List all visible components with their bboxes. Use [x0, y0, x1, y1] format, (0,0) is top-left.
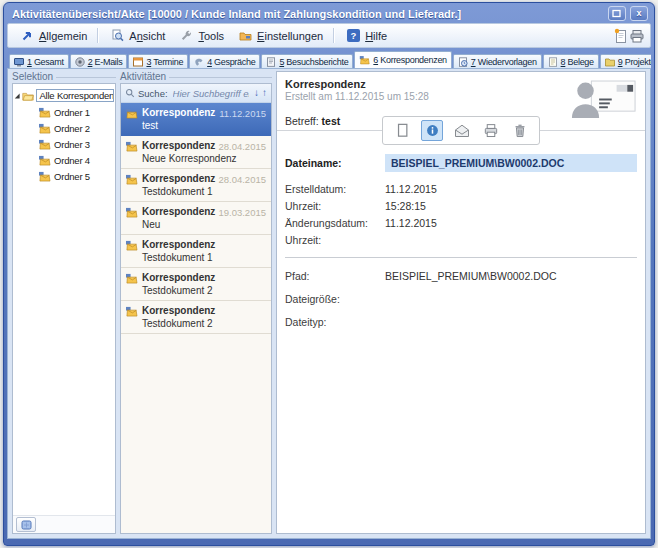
field-label: Erstelldatum:: [285, 183, 385, 195]
tree-item-ordner-2[interactable]: Ordner 2: [14, 120, 114, 136]
tab-label: 2 E-Mails: [88, 57, 123, 67]
tab-gespraeche[interactable]: 4 Gespräche: [189, 54, 260, 68]
correspondence-icon: [125, 273, 138, 296]
list-item-subtitle: Testdokument 2: [142, 318, 215, 329]
mail-button[interactable]: [452, 121, 472, 140]
field-row: Pfad: BEISPIEL_PREMIUM\BW0002.DOC: [285, 267, 637, 284]
menu-label: Hilfe: [365, 30, 387, 42]
list-item-subtitle: Neue Korrespondenz: [142, 153, 237, 164]
tab-belege[interactable]: 8 Belege: [543, 54, 599, 68]
list-item-date: 28.04.2015: [218, 141, 266, 152]
print-icon[interactable]: [629, 28, 645, 44]
titlebar: Aktivitätenübersicht/Akte [10000 / Kunde…: [7, 3, 651, 23]
search-input[interactable]: [171, 87, 251, 100]
info-button[interactable]: [421, 120, 443, 141]
field-label: Dateityp:: [285, 316, 385, 328]
magnifier-doc-icon: [109, 28, 125, 44]
list-item-subtitle: Testdokument 1: [142, 186, 215, 197]
help-icon: ?: [345, 28, 361, 44]
folder-icon: [605, 57, 615, 67]
tab-label: 8 Belege: [561, 57, 594, 67]
aktivitaeten-caption: Aktivitäten: [120, 71, 272, 83]
list-item-date: 11.12.2015: [219, 108, 266, 119]
tree-expander-icon[interactable]: [14, 92, 20, 100]
correspondence-icon: [125, 207, 138, 230]
list-item-title: Korrespondenz: [142, 173, 215, 184]
tab-wiedervorlagen[interactable]: 7 Wiedervorlagen: [453, 54, 542, 68]
list-item[interactable]: Korrespondenz Testdokument 2: [121, 268, 271, 301]
selektion-caption: Selektion: [12, 71, 116, 83]
detail-toolbar: [382, 116, 540, 145]
field-row: Dateiname: BEISPIEL_PREMIUM\BW0002.DOC: [285, 154, 637, 172]
list-item[interactable]: Korrespondenz test 11.12.2015: [121, 103, 271, 136]
menu-einstellungen[interactable]: Einstellungen: [231, 26, 329, 46]
envelope-icon: [453, 123, 471, 139]
print-button[interactable]: [481, 121, 501, 140]
tree-item-ordner-4[interactable]: Ordner 4: [14, 152, 114, 168]
list-item[interactable]: Korrespondenz Neu 19.03.2015: [121, 202, 271, 235]
list-item[interactable]: Korrespondenz Neue Korrespondenz 28.04.2…: [121, 136, 271, 169]
tab-projekte[interactable]: 9 Projekte: [600, 54, 651, 68]
printer-icon: [482, 122, 500, 139]
list-item-subtitle: Testdokument 2: [142, 285, 215, 296]
tab-emails[interactable]: 2 E-Mails: [70, 54, 128, 68]
field-row: Uhrzeit:: [285, 231, 637, 248]
app-window: Aktivitätenübersicht/Akte [10000 / Kunde…: [3, 2, 655, 546]
list-item-text: Korrespondenz Testdokument 1: [142, 239, 215, 263]
list-item-text: Korrespondenz test: [142, 107, 215, 131]
search-prev-icon[interactable]: ↑: [262, 88, 267, 98]
tab-gesamt[interactable]: 1 Gesamt: [9, 54, 69, 68]
correspondence-icon: [38, 107, 51, 118]
menu-allgemein[interactable]: Allgemein: [13, 26, 93, 46]
speaker-icon: [75, 57, 85, 67]
close-button[interactable]: x: [630, 6, 648, 21]
menu-label: Tools: [198, 30, 224, 42]
menu-ansicht[interactable]: Ansicht: [103, 26, 171, 46]
menu-label: Einstellungen: [257, 30, 323, 42]
field-label: Uhrzeit:: [285, 234, 385, 246]
document-icon: [394, 122, 411, 139]
tree-item-label: Ordner 3: [54, 139, 90, 150]
new-document-icon[interactable]: [612, 28, 628, 44]
tree-item-ordner-3[interactable]: Ordner 3: [14, 136, 114, 152]
search-next-icon[interactable]: ↓: [254, 88, 259, 98]
betreff-value: test: [322, 115, 341, 127]
menu-label: Allgemein: [39, 30, 87, 42]
field-label: Dateigröße:: [285, 293, 385, 305]
tab-besuchsberichte[interactable]: 5 Besuchsberichte: [261, 54, 353, 68]
report-icon: [266, 57, 276, 67]
receipt-icon: [548, 57, 558, 67]
tree-item-ordner-1[interactable]: Ordner 1: [14, 104, 114, 120]
field-value: BEISPIEL_PREMIUM\BW0002.DOC: [385, 270, 637, 282]
selektion-panel: Selektion Alle Korrespondenzen Ordner 1 …: [12, 71, 116, 534]
menu-tools[interactable]: Tools: [172, 26, 230, 46]
list-item-text: Korrespondenz Testdokument 2: [142, 272, 215, 296]
list-item[interactable]: Korrespondenz Testdokument 2: [121, 301, 271, 334]
correspondence-icon: [125, 240, 138, 263]
delete-button[interactable]: [510, 121, 530, 140]
tree-view-button[interactable]: [16, 517, 36, 532]
fields-divider: [285, 257, 637, 258]
settings-folder-icon: [237, 28, 253, 44]
tab-termine[interactable]: 3 Termine: [128, 54, 188, 68]
list-item-subtitle: Testdokument 1: [142, 252, 215, 263]
monitor-icon: [14, 57, 24, 67]
list-item[interactable]: Korrespondenz Testdokument 1: [121, 235, 271, 268]
document-button[interactable]: [392, 121, 412, 140]
field-value: 11.12.2015: [385, 217, 637, 229]
menu-hilfe[interactable]: ? Hilfe: [339, 26, 393, 46]
tree-root-alle-korrespondenzen[interactable]: Alle Korrespondenzen: [14, 87, 114, 104]
tab-korrespondenzen[interactable]: 6 Korrespondenzen: [354, 51, 451, 68]
tab-label: 4 Gespräche: [207, 57, 255, 67]
restore-button[interactable]: [608, 6, 626, 21]
list-item-title: Korrespondenz: [142, 239, 215, 250]
field-label: Uhrzeit:: [285, 200, 385, 212]
search-icon: [125, 88, 135, 98]
list-item[interactable]: Korrespondenz Testdokument 1 28.04.2015: [121, 169, 271, 202]
tree-item-ordner-5[interactable]: Ordner 5: [14, 168, 114, 184]
tree-root-label: Alle Korrespondenzen: [36, 89, 114, 102]
correspondence-icon: [125, 108, 138, 131]
selektion-box: Alle Korrespondenzen Ordner 1 Ordner 2 O…: [12, 83, 116, 534]
detail-panel: Korrespondenz Erstellt am 11.12.2015 um …: [276, 71, 646, 534]
field-value: BEISPIEL_PREMIUM\BW0002.DOC: [385, 154, 637, 172]
